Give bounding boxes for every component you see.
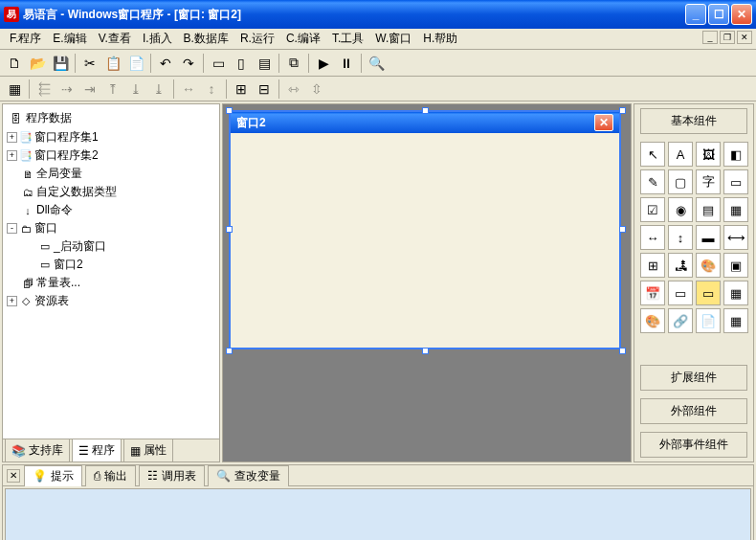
- maximize-button[interactable]: ☐: [708, 4, 729, 25]
- comp-grid-icon[interactable]: ▦: [723, 308, 748, 333]
- comp-radio-icon[interactable]: ◉: [668, 197, 693, 222]
- comp-progress-icon[interactable]: ▬: [696, 225, 721, 250]
- new-icon[interactable]: 🗋: [4, 53, 25, 74]
- mdi-close-button[interactable]: ✕: [737, 31, 752, 44]
- menu-edit[interactable]: E.编辑: [47, 29, 92, 49]
- comp-dir-icon[interactable]: ▭: [696, 281, 721, 305]
- comp-link-icon[interactable]: 🔗: [668, 308, 693, 333]
- menu-program[interactable]: F.程序: [4, 29, 47, 49]
- comp-combo-icon[interactable]: ▦: [723, 197, 748, 222]
- resize-handle-w[interactable]: [226, 226, 233, 233]
- same-width-icon[interactable]: ↔: [178, 79, 199, 100]
- menu-view[interactable]: V.查看: [93, 29, 137, 49]
- mdi-restore-button[interactable]: ❐: [720, 31, 735, 44]
- comp-date-icon[interactable]: ▭: [668, 281, 693, 305]
- project-tree[interactable]: 🗄 程序数据 +📑窗口程序集1+📑窗口程序集2🗎全局变量🗂自定义数据类型↓Dll…: [3, 104, 219, 439]
- tab-properties[interactable]: ▦属性: [123, 439, 173, 461]
- comp-vscroll-icon[interactable]: ↕: [668, 225, 693, 250]
- mdi-minimize-button[interactable]: _: [702, 31, 718, 44]
- tree-node[interactable]: -🗀窗口: [7, 219, 215, 237]
- tab-watch[interactable]: 🔍查改变量: [208, 465, 289, 486]
- expand-icon[interactable]: +: [7, 296, 17, 306]
- menu-window[interactable]: W.窗口: [369, 29, 417, 49]
- design-canvas[interactable]: [231, 133, 619, 348]
- comp-doc-icon[interactable]: 📄: [696, 308, 721, 333]
- palette-header-extend[interactable]: 扩展组件: [640, 365, 747, 391]
- tab-output[interactable]: ⎙输出: [85, 465, 136, 486]
- menu-database[interactable]: B.数据库: [178, 29, 234, 49]
- vspacing-icon[interactable]: ⇳: [306, 79, 327, 100]
- open-icon[interactable]: 📂: [27, 53, 48, 74]
- align-center-icon[interactable]: ⇢: [56, 79, 78, 100]
- tab-support-lib[interactable]: 📚支持库: [5, 439, 70, 461]
- comp-frame-icon[interactable]: ▭: [723, 169, 748, 194]
- redo-icon[interactable]: ↷: [178, 53, 199, 74]
- comp-hscroll-icon[interactable]: ↔: [640, 225, 665, 250]
- comp-font-icon[interactable]: 字: [696, 169, 721, 194]
- tabs-icon[interactable]: ⧉: [283, 53, 304, 74]
- expand-icon[interactable]: -: [7, 223, 17, 234]
- grid-icon[interactable]: ▦: [4, 79, 25, 100]
- comp-shape-icon[interactable]: ◧: [723, 142, 748, 167]
- copy-icon[interactable]: 📋: [102, 53, 123, 74]
- tab-program[interactable]: ☰程序: [72, 439, 122, 461]
- pause-icon[interactable]: ⏸: [336, 53, 357, 74]
- palette-header-event[interactable]: 外部事件组件: [640, 432, 747, 458]
- tree-node[interactable]: 🗂自定义数据类型: [7, 183, 215, 201]
- comp-group-icon[interactable]: ▣: [723, 253, 748, 278]
- palette-header-basic[interactable]: 基本组件: [640, 108, 747, 134]
- comp-panel-icon[interactable]: ▢: [668, 169, 693, 194]
- comp-file-icon[interactable]: ▦: [723, 281, 748, 305]
- resize-handle-sw[interactable]: [226, 348, 233, 354]
- tab-hint[interactable]: 💡提示: [24, 465, 82, 486]
- menu-compile[interactable]: C.编译: [280, 29, 326, 49]
- expand-icon[interactable]: +: [7, 150, 17, 161]
- comp-image-icon[interactable]: 🏞: [668, 253, 693, 278]
- tree-node[interactable]: ▭_启动窗口: [7, 237, 215, 256]
- tree-node[interactable]: ▭窗口2: [7, 256, 215, 274]
- close-button[interactable]: ✕: [731, 4, 752, 25]
- comp-tab-icon[interactable]: ⊞: [640, 253, 665, 278]
- comp-edit-icon[interactable]: ✎: [640, 169, 665, 194]
- menu-help[interactable]: H.帮助: [417, 29, 463, 49]
- run-icon[interactable]: ▶: [313, 53, 334, 74]
- undo-icon[interactable]: ↶: [155, 53, 176, 74]
- comp-picture-icon[interactable]: 🖼: [696, 142, 721, 167]
- menu-tools[interactable]: T.工具: [326, 29, 369, 49]
- center-h-icon[interactable]: ⊞: [231, 79, 252, 100]
- window-icon[interactable]: ▭: [208, 53, 229, 74]
- paste-icon[interactable]: 📄: [125, 53, 146, 74]
- comp-pointer-icon[interactable]: ↖: [640, 142, 665, 167]
- resize-handle-s[interactable]: [422, 348, 429, 354]
- align-top-icon[interactable]: ⤒: [102, 79, 123, 100]
- output-close-button[interactable]: ✕: [7, 469, 20, 483]
- comp-label-icon[interactable]: A: [668, 142, 693, 167]
- minimize-button[interactable]: _: [685, 4, 706, 25]
- tree-node[interactable]: +◇资源表: [7, 292, 215, 310]
- same-height-icon[interactable]: ↕: [201, 79, 222, 100]
- center-v-icon[interactable]: ⊟: [254, 79, 275, 100]
- menu-run[interactable]: R.运行: [234, 29, 280, 49]
- resize-handle-nw[interactable]: [226, 107, 233, 114]
- tree-root[interactable]: 🗄 程序数据: [7, 108, 215, 128]
- menu-insert[interactable]: I.插入: [137, 29, 178, 49]
- comp-paint-icon[interactable]: 🎨: [696, 253, 721, 278]
- align-bottom-icon[interactable]: ⤓: [148, 79, 169, 100]
- align-mid-icon[interactable]: ⤓: [125, 79, 146, 100]
- hspacing-icon[interactable]: ⇿: [283, 79, 304, 100]
- align-left-icon[interactable]: ⬱: [33, 79, 55, 100]
- comp-calendar-icon[interactable]: 📅: [640, 281, 665, 305]
- tree-node[interactable]: +📑窗口程序集2: [7, 146, 215, 165]
- resize-handle-e[interactable]: [619, 226, 626, 233]
- tree-node[interactable]: 🗎全局变量: [7, 165, 215, 183]
- comp-slider-icon[interactable]: ⟷: [723, 225, 748, 250]
- cut-icon[interactable]: ✂: [79, 53, 100, 74]
- design-window[interactable]: 窗口2 ✕: [229, 110, 621, 349]
- tree-node[interactable]: +📑窗口程序集1: [7, 128, 215, 146]
- expand-icon[interactable]: +: [7, 132, 17, 143]
- form-designer[interactable]: 窗口2 ✕: [222, 103, 632, 462]
- find-icon[interactable]: 🔍: [366, 53, 387, 74]
- comp-color-icon[interactable]: 🎨: [640, 308, 665, 333]
- save-icon[interactable]: 💾: [50, 53, 71, 74]
- resize-handle-ne[interactable]: [619, 107, 626, 114]
